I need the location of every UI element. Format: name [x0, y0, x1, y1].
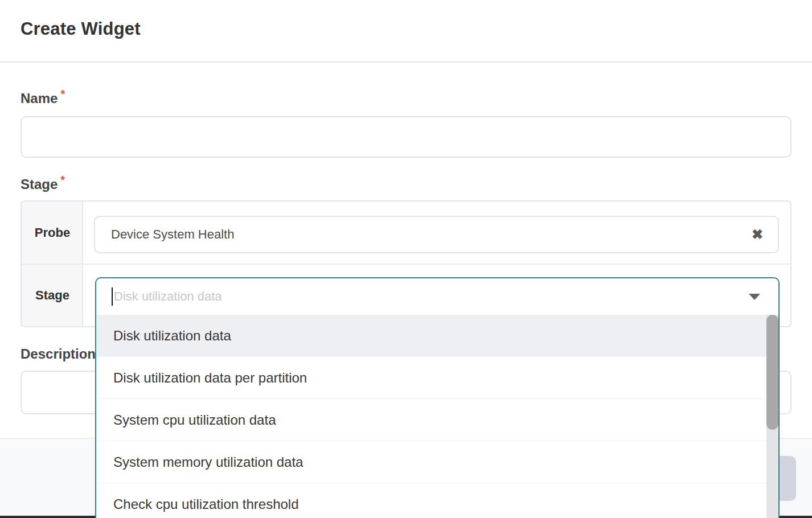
- stage-row-label: Stage: [22, 288, 83, 303]
- stage-dropdown-list: Disk utilization dataDisk utilization da…: [96, 315, 778, 518]
- stage-select-input[interactable]: Disk utilization data: [96, 278, 778, 315]
- dropdown-scrollbar-track[interactable]: [766, 315, 778, 518]
- required-asterisk: *: [60, 88, 65, 100]
- name-label: Name*: [20, 91, 65, 106]
- stage-select-placeholder: Disk utilization data: [114, 289, 749, 304]
- text-cursor: [112, 287, 113, 306]
- probe-select[interactable]: Device System Health ✖: [94, 216, 779, 253]
- name-input[interactable]: [20, 116, 792, 158]
- dropdown-option[interactable]: System cpu utilization data: [96, 399, 778, 441]
- required-asterisk: *: [60, 174, 65, 186]
- table-row-divider: [22, 264, 790, 265]
- description-label: Description: [20, 346, 96, 362]
- modal-header: Create Widget: [0, 0, 812, 63]
- dropdown-option[interactable]: Disk utilization data per partition: [96, 357, 778, 399]
- chevron-down-icon[interactable]: [749, 294, 760, 300]
- stage-label: Stage*: [20, 176, 65, 192]
- probe-row-label: Probe: [22, 225, 83, 240]
- page-title: Create Widget: [20, 19, 141, 39]
- x-clear-icon[interactable]: ✖: [752, 228, 778, 241]
- dropdown-option[interactable]: Check cpu utilization threshold: [96, 483, 778, 518]
- probe-selected-value: Device System Health: [95, 227, 752, 242]
- dropdown-option[interactable]: System memory utilization data: [96, 441, 778, 483]
- dropdown-option[interactable]: Disk utilization data: [96, 315, 778, 357]
- stage-select[interactable]: Disk utilization data Disk utilization d…: [95, 277, 780, 518]
- dropdown-scrollbar-thumb[interactable]: [766, 315, 778, 430]
